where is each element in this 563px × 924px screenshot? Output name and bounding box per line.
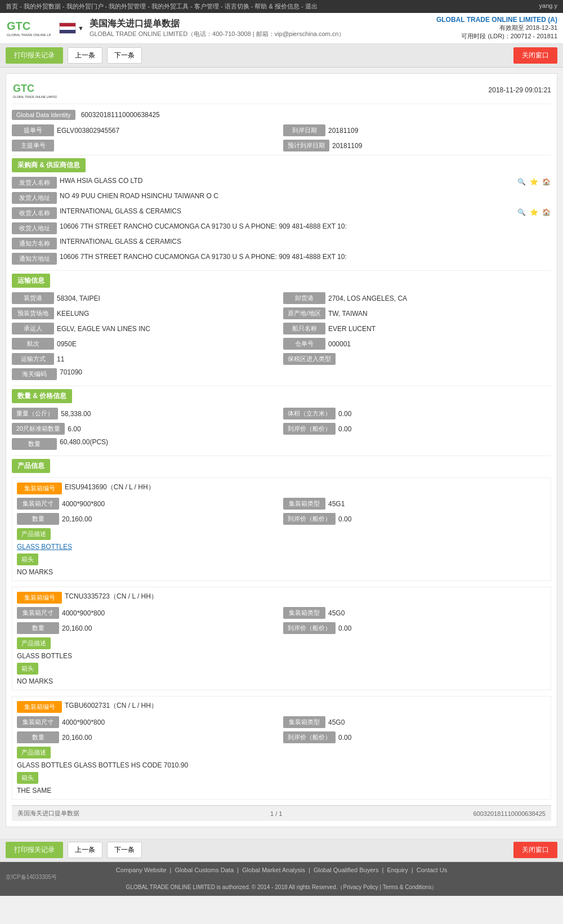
p0-desc-header: 产品描述 xyxy=(17,528,51,540)
footer-market-analysis[interactable]: Global Market Analysis xyxy=(242,867,305,873)
p1-price-group: 到岸价（船价） 0.00 xyxy=(283,622,546,634)
shipper-home-icon[interactable] xyxy=(541,177,551,187)
p0-quantity-label: 数量 xyxy=(17,513,59,525)
p1-desc-section: 产品描述 GLASS BOTTLES xyxy=(17,637,546,660)
gtc-logo: GTC GLOBAL TRADE ONLINE LIMITED xyxy=(6,17,51,39)
p0-marks-section: 箱头 NO MARKS xyxy=(17,553,546,576)
p2-quantity-group: 数量 20,160.00 xyxy=(17,731,280,743)
time-range: 可用时段 (LDR)：200712 - 201811 xyxy=(436,32,557,41)
p2-price-group: 到岸价（船价） 0.00 xyxy=(283,731,546,743)
shipper-star-icon[interactable] xyxy=(529,177,539,187)
p1-marks-section: 箱头 NO MARKS xyxy=(17,663,546,685)
in-bond-value: 000001 xyxy=(328,340,551,348)
shipper-name-label: 发货人名称 xyxy=(12,177,57,189)
container-size-label-1: 集装箱尺寸 xyxy=(17,607,59,619)
carrier-group: 承运人 EGLV, EAGLE VAN LINES INC xyxy=(12,323,280,334)
main-content: GTC GLOBAL TRADE ONLINE LIMITED 2018-11-… xyxy=(0,68,563,838)
notify-name-row: 通知方名称 INTERNATIONAL GLASS & CERAMICS xyxy=(12,238,551,249)
customs-code-label: 海关编码 xyxy=(12,368,57,380)
footer-qualified-buyers[interactable]: Global Qualified Buyers xyxy=(314,867,379,873)
next-button-top[interactable]: 下一条 xyxy=(107,47,142,64)
container-size-value-0: 4000*900*800 xyxy=(62,500,280,508)
volume-group: 体积（立方米） 0.00 xyxy=(283,408,551,419)
nav-item-my-data[interactable]: 我的外贸数据 xyxy=(24,3,61,10)
footer-contact[interactable]: Contact Us xyxy=(417,867,447,873)
customs-code-row: 海关编码 701090 xyxy=(12,368,551,380)
nav-item-my-manage[interactable]: 我的外贸管理 xyxy=(109,3,146,10)
nav-item-home[interactable]: 首页 xyxy=(6,3,18,10)
p1-price-value: 0.00 xyxy=(338,624,546,632)
action-bar-top: 打印报关记录 上一条 下一条 关闭窗口 xyxy=(0,44,563,68)
close-button-top[interactable]: 关闭窗口 xyxy=(513,47,557,64)
p2-price-label: 到岸价（船价） xyxy=(283,731,336,743)
p2-quantity-label: 数量 xyxy=(17,731,59,743)
record-header: GTC GLOBAL TRADE ONLINE LIMITED 2018-11-… xyxy=(12,79,551,104)
consignee-star-icon[interactable] xyxy=(529,207,539,217)
nav-item-my-portal[interactable]: 我的外贸门户 xyxy=(66,3,104,10)
flag-dropdown[interactable]: ▼ xyxy=(78,25,84,32)
p0-marks-header: 箱头 xyxy=(17,553,38,565)
divider-1 xyxy=(12,155,551,155)
shipper-search-icon[interactable] xyxy=(516,177,526,187)
nav-item-clients[interactable]: 客户管理 xyxy=(194,3,219,10)
p2-quantity-value: 20,160.00 xyxy=(62,734,280,742)
size-type-row-2: 集装箱尺寸 4000*900*800 集装箱类型 45G0 xyxy=(17,716,546,728)
volume-label: 体积（立方米） xyxy=(283,408,336,419)
next-button-bottom[interactable]: 下一条 xyxy=(107,842,142,858)
nav-item-my-tools[interactable]: 我的外贸工具 xyxy=(151,3,189,10)
bill-no-group: 提单号 EGLV003802945567 xyxy=(12,124,280,136)
quantity-value: 60,480.00(PCS) xyxy=(60,438,551,446)
footer-icp: 京ICP备14033305号 xyxy=(6,873,557,881)
departure-date-label: 到岸日期 xyxy=(283,124,325,136)
footer-customs-data[interactable]: Global Customs Data xyxy=(175,867,234,873)
vessel-name-value: EVER LUCENT xyxy=(328,325,551,333)
nav-left: 首页 - 我的外贸数据 - 我的外贸门户 - 我的外贸管理 - 我的外贸工具 -… xyxy=(6,2,318,11)
nav-item-logout[interactable]: 退出 xyxy=(305,3,318,10)
notify-name-value: INTERNATIONAL GLASS & CERAMICS xyxy=(60,238,551,245)
container-type-label-2: 集装箱类型 xyxy=(283,716,325,728)
nav-item-language[interactable]: 语言切换 xyxy=(225,3,249,10)
top-navigation: 首页 - 我的外贸数据 - 我的外贸门户 - 我的外贸管理 - 我的外贸工具 -… xyxy=(0,0,563,13)
footer-enquiry[interactable]: Enquiry xyxy=(387,867,408,873)
pagination-record-id: 600320181110000638425 xyxy=(473,810,546,817)
carrier-vessel-row: 承运人 EGLV, EAGLE VAN LINES INC 船只名称 EVER … xyxy=(12,323,551,334)
buyer-supplier-header: 采购商 & 供应商信息 xyxy=(12,158,86,172)
consignee-home-icon[interactable] xyxy=(541,207,551,217)
container-type-label-1: 集装箱类型 xyxy=(283,607,325,619)
p0-price-group: 到岸价（船价） 0.00 xyxy=(283,513,546,525)
qty-price-row-0: 数量 20,160.00 到岸价（船价） 0.00 xyxy=(17,513,546,525)
customs-code-value: 701090 xyxy=(60,368,551,376)
close-button-bottom[interactable]: 关闭窗口 xyxy=(513,842,557,858)
identity-row: Global Data Identity 6003201811100006384… xyxy=(12,110,551,120)
voyage-bond-row: 航次 0950E 仓单号 000001 xyxy=(12,338,551,350)
page-title: 美国海关进口提单数据 xyxy=(90,18,436,30)
loading-port-group: 装货港 58304, TAIPEI xyxy=(12,292,280,304)
bond-type-group: 保税区进入类型 xyxy=(283,353,551,365)
nav-item-help[interactable]: 帮助 & 报价信息 xyxy=(254,3,299,10)
in-bond-group: 仓单号 000001 xyxy=(283,338,551,350)
consignee-search-icon[interactable] xyxy=(516,207,526,217)
containers-price-row: 20尺标准箱数量 6.00 到岸价（船价） 0.00 xyxy=(12,423,551,435)
p0-desc-text: GLASS BOTTLES xyxy=(17,543,546,551)
prev-button-bottom[interactable]: 上一条 xyxy=(68,842,102,858)
container-size-label-2: 集装箱尺寸 xyxy=(17,716,59,728)
header-title-area: 美国海关进口提单数据 GLOBAL TRADE ONLINE LIMITED（电… xyxy=(90,18,436,38)
containers-20-value: 6.00 xyxy=(68,425,280,433)
footer-pagination: 美国海关进口提单数据 1 / 1 600320181110000638425 xyxy=(12,805,551,821)
p1-desc-text: GLASS BOTTLES xyxy=(17,652,546,660)
qty-price-header: 数量 & 价格信息 xyxy=(12,389,72,403)
container-type-value-2: 45G0 xyxy=(328,718,546,726)
unloading-port-value: 2704, LOS ANGELES, CA xyxy=(328,294,551,302)
product-item-0: 集装箱编号 EISU9413690（CN / L / HH） 集装箱尺寸 400… xyxy=(12,477,551,581)
declared-price-value: 0.00 xyxy=(338,425,551,433)
carrier-value: EGLV, EAGLE VAN LINES INC xyxy=(57,325,280,333)
print-button-bottom[interactable]: 打印报关记录 xyxy=(6,842,63,858)
est-arrival-value: 20181109 xyxy=(332,142,551,150)
prev-button-top[interactable]: 上一条 xyxy=(68,47,102,64)
p1-quantity-label: 数量 xyxy=(17,622,59,634)
footer-company-website[interactable]: Company Website xyxy=(116,867,167,873)
container-type-value-1: 45G0 xyxy=(328,609,546,617)
print-button-top[interactable]: 打印报关记录 xyxy=(6,47,63,64)
divider-3 xyxy=(12,386,551,386)
p2-desc-header: 产品描述 xyxy=(17,747,51,758)
